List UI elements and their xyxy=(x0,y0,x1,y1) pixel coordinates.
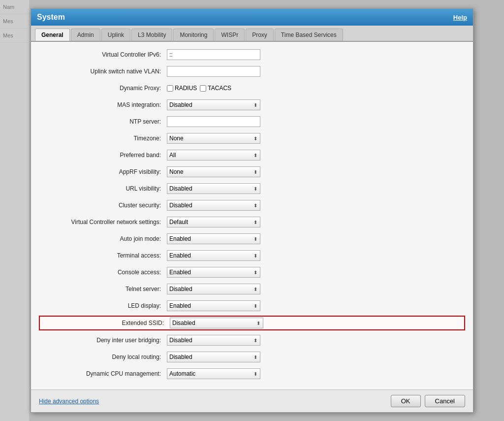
select-deny-inter-user-bridging-[interactable]: Disabled xyxy=(167,335,260,346)
checkbox-label-tacacs: TACACS xyxy=(208,85,231,92)
cancel-button[interactable]: Cancel xyxy=(425,395,465,407)
select-virtual-controller-network-settings-[interactable]: Default xyxy=(167,217,260,227)
select-timezone-[interactable]: None xyxy=(167,133,260,144)
modal-footer: Hide advanced options OK Cancel xyxy=(31,389,473,412)
select-led-display-[interactable]: Enabled xyxy=(167,300,260,311)
select-telnet-server-[interactable]: Disabled xyxy=(167,284,260,294)
select-deny-local-routing-[interactable]: Disabled xyxy=(167,352,260,362)
form-control-17: Disabled xyxy=(167,335,465,346)
select-cluster-security-[interactable]: Disabled xyxy=(167,200,260,211)
form-control-12: Enabled xyxy=(167,250,465,261)
checkbox-input-radius[interactable] xyxy=(167,85,173,92)
form-control-8: Disabled xyxy=(167,183,465,194)
form-control-11: Enabled xyxy=(167,233,465,244)
tab-uplink[interactable]: Uplink xyxy=(101,29,130,41)
form-row-18: Deny local routing:Disabled xyxy=(39,350,465,364)
form-row-10: Virtual Controller network settings:Defa… xyxy=(39,215,465,229)
form-control-3: Disabled xyxy=(167,99,465,110)
tab-general[interactable]: General xyxy=(35,29,70,41)
form-label-6: Preferred band: xyxy=(39,152,167,159)
form-control-0 xyxy=(167,49,465,60)
form-control-4 xyxy=(167,116,465,127)
form-label-2: Dynamic Proxy: xyxy=(39,85,167,92)
form-row-7: AppRF visibility:None xyxy=(39,165,465,179)
form-label-11: Auto join mode: xyxy=(39,235,167,242)
select-extended-ssid-[interactable]: Disabled xyxy=(170,318,263,328)
tab-l3-mobility[interactable]: L3 Mobility xyxy=(131,29,172,41)
form-row-11: Auto join mode:Enabled xyxy=(39,232,465,246)
select-dynamic-cpu-management-[interactable]: Automatic xyxy=(167,368,260,379)
form-control-15: Enabled xyxy=(167,300,465,311)
form-row-6: Preferred band:All xyxy=(39,148,465,162)
select-console-access-[interactable]: Enabled xyxy=(167,267,260,278)
tab-proxy[interactable]: Proxy xyxy=(246,29,274,41)
form-label-8: URL visibility: xyxy=(39,185,167,192)
checkbox-input-tacacs[interactable] xyxy=(200,85,206,92)
select-auto-join-mode-[interactable]: Enabled xyxy=(167,233,260,244)
form-label-0: Virtual Controller IPv6: xyxy=(39,51,167,58)
modal-overlay: System Help GeneralAdminUplinkL3 Mobilit… xyxy=(0,0,504,421)
form-label-15: LED display: xyxy=(39,302,167,309)
form-row-19: Dynamic CPU management:Automatic xyxy=(39,367,465,381)
form-row-0: Virtual Controller IPv6: xyxy=(39,48,465,62)
form-label-1: Uplink switch native VLAN: xyxy=(39,68,167,75)
help-link[interactable]: Help xyxy=(453,14,467,21)
form-control-9: Disabled xyxy=(167,200,465,211)
select-url-visibility-[interactable]: Disabled xyxy=(167,183,260,194)
form-control-19: Automatic xyxy=(167,368,465,379)
select-apprf-visibility-[interactable]: None xyxy=(167,166,260,177)
form-row-12: Terminal access:Enabled xyxy=(39,249,465,262)
system-dialog: System Help GeneralAdminUplinkL3 Mobilit… xyxy=(31,8,473,413)
checkbox-row-2: RADIUSTACACS xyxy=(167,85,465,92)
form-row-5: Timezone:None xyxy=(39,131,465,145)
dialog-titlebar: System Help xyxy=(31,9,473,26)
input-ntp-server-[interactable] xyxy=(167,116,260,127)
form-label-16: Extended SSID: xyxy=(42,320,170,326)
form-row-8: URL visibility:Disabled xyxy=(39,182,465,195)
tab-monitoring[interactable]: Monitoring xyxy=(173,29,214,41)
tab-time-based-services[interactable]: Time Based Services xyxy=(275,29,343,41)
form-control-1 xyxy=(167,66,465,77)
input-uplink-switch-native-vlan-[interactable] xyxy=(167,66,260,77)
form-label-12: Terminal access: xyxy=(39,252,167,259)
checkbox-radius[interactable]: RADIUS xyxy=(167,85,197,92)
form-control-14: Disabled xyxy=(167,284,465,294)
select-terminal-access-[interactable]: Enabled xyxy=(167,250,260,261)
form-row-17: Deny inter user bridging:Disabled xyxy=(39,333,465,347)
ok-button[interactable]: OK xyxy=(391,395,421,407)
form-label-5: Timezone: xyxy=(39,135,167,142)
dialog-title: System xyxy=(37,13,65,22)
form-control-10: Default xyxy=(167,217,465,227)
form-control-2: RADIUSTACACS xyxy=(167,85,465,92)
tab-admin[interactable]: Admin xyxy=(71,29,100,41)
select-preferred-band-[interactable]: All xyxy=(167,150,260,161)
form-label-19: Dynamic CPU management: xyxy=(39,370,167,377)
form-row-9: Cluster security:Disabled xyxy=(39,198,465,212)
form-control-13: Enabled xyxy=(167,267,465,278)
form-row-2: Dynamic Proxy:RADIUSTACACS xyxy=(39,81,465,95)
form-label-18: Deny local routing: xyxy=(39,354,167,360)
form-control-16: Disabled xyxy=(170,318,462,328)
form-row-13: Console access:Enabled xyxy=(39,265,465,279)
form-control-18: Disabled xyxy=(167,352,465,362)
select-mas-integration-[interactable]: Disabled xyxy=(167,99,260,110)
checkbox-label-radius: RADIUS xyxy=(175,85,197,92)
form-content: Virtual Controller IPv6:Uplink switch na… xyxy=(31,42,473,389)
form-row-highlighted: Extended SSID:Disabled xyxy=(39,316,465,330)
form-label-9: Cluster security: xyxy=(39,202,167,209)
form-label-7: AppRF visibility: xyxy=(39,168,167,175)
tab-wispr[interactable]: WISPr xyxy=(215,29,245,41)
input-virtual-controller-ipv6-[interactable] xyxy=(167,49,260,60)
form-label-17: Deny inter user bridging: xyxy=(39,337,167,344)
tabs-bar: GeneralAdminUplinkL3 MobilityMonitoringW… xyxy=(31,26,473,42)
hide-advanced-link[interactable]: Hide advanced options xyxy=(39,398,99,405)
form-control-7: None xyxy=(167,166,465,177)
form-row-1: Uplink switch native VLAN: xyxy=(39,65,465,78)
form-label-10: Virtual Controller network settings: xyxy=(39,219,167,226)
footer-buttons: OK Cancel xyxy=(391,395,465,407)
form-label-13: Console access: xyxy=(39,269,167,276)
form-row-3: MAS integration:Disabled xyxy=(39,98,465,112)
form-row-4: NTP server: xyxy=(39,115,465,129)
checkbox-tacacs[interactable]: TACACS xyxy=(200,85,231,92)
form-row-14: Telnet server:Disabled xyxy=(39,282,465,296)
